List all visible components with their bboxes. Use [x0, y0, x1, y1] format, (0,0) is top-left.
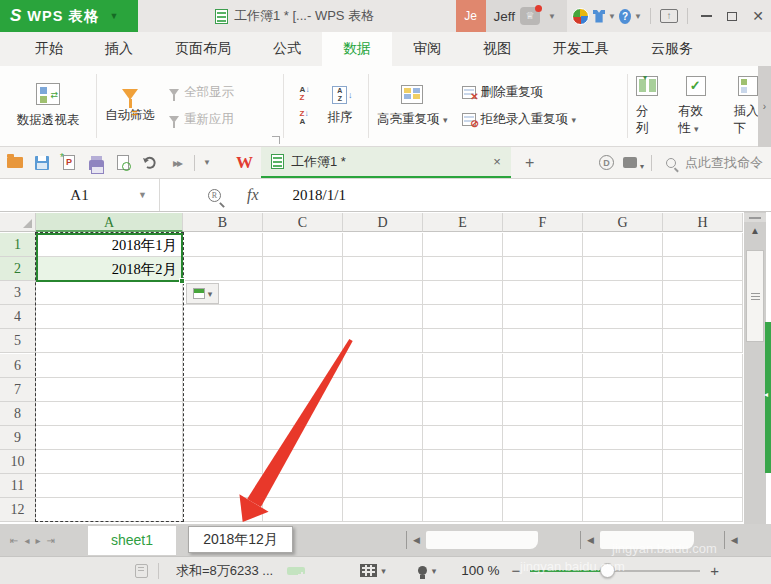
tab-review[interactable]: 审阅 [392, 32, 462, 66]
cell-A2[interactable]: 2018年2月 [36, 257, 183, 281]
cell-C4[interactable] [263, 305, 343, 329]
cell-F7[interactable] [503, 378, 583, 402]
cell-A4[interactable] [36, 305, 183, 329]
cell-C5[interactable] [263, 329, 343, 353]
row-header-1[interactable]: 1 [0, 233, 36, 257]
cell-G3[interactable] [583, 281, 663, 305]
pivot-table-button[interactable]: 数据透视表 [9, 79, 88, 133]
print-preview-button[interactable] [111, 151, 135, 175]
row-header-5[interactable]: 5 [0, 329, 36, 353]
horizontal-scroll-thumb[interactable] [600, 531, 694, 549]
cell-E7[interactable] [423, 378, 503, 402]
scroll-up-icon[interactable]: ▲ [744, 225, 766, 236]
cell-D8[interactable] [343, 402, 423, 426]
column-header-A[interactable]: A [36, 213, 183, 232]
page-break-view-button[interactable] [319, 567, 337, 575]
cell-G2[interactable] [583, 257, 663, 281]
minimize-button[interactable] [693, 0, 719, 32]
side-panel-toggle[interactable] [765, 322, 771, 473]
cell-C11[interactable] [263, 474, 343, 498]
tab-cloud[interactable]: 云服务 [630, 32, 714, 66]
cell-A5[interactable] [36, 329, 183, 353]
cell-A10[interactable] [36, 450, 183, 474]
sort-descending-icon[interactable]: Z↓A [300, 110, 310, 126]
formula-value[interactable]: 2018/1/1 [293, 187, 346, 204]
sort-button[interactable]: AZ↓ 排序 [321, 86, 358, 126]
select-all-corner[interactable] [0, 213, 36, 232]
membership-badge-icon[interactable]: ♕ [520, 7, 540, 25]
tab-view[interactable]: 视图 [462, 32, 532, 66]
find-command-hint[interactable]: 点此查找命令 [685, 154, 763, 172]
slider-knob[interactable] [600, 563, 615, 578]
cell-C8[interactable] [263, 402, 343, 426]
cell-G7[interactable] [583, 378, 663, 402]
vertical-scroll-thumb[interactable] [746, 250, 764, 342]
tab-data[interactable]: 数据 [322, 32, 392, 66]
cell-C6[interactable] [263, 354, 343, 378]
cell-F4[interactable] [503, 305, 583, 329]
cell-B7[interactable] [183, 378, 263, 402]
chevron-down-icon[interactable]: ▼ [548, 12, 556, 21]
cell-D2[interactable] [343, 257, 423, 281]
column-header-C[interactable]: C [263, 213, 343, 232]
cell-F2[interactable] [503, 257, 583, 281]
row-header-7[interactable]: 7 [0, 378, 36, 402]
cell-E5[interactable] [423, 329, 503, 353]
column-header-F[interactable]: F [503, 213, 583, 232]
cell-E8[interactable] [423, 402, 503, 426]
chevron-down-icon[interactable]: ▼ [109, 11, 118, 21]
cell-G12[interactable] [583, 498, 663, 522]
cell-A11[interactable] [36, 474, 183, 498]
chevron-down-icon[interactable]: ▼ [138, 190, 147, 200]
cell-D4[interactable] [343, 305, 423, 329]
remove-duplicates-button[interactable]: ✕ 删除重复项 [462, 84, 577, 101]
cell-E12[interactable] [423, 498, 503, 522]
save-button[interactable] [30, 151, 54, 175]
cell-D10[interactable] [343, 450, 423, 474]
row-header-12[interactable]: 12 [0, 498, 36, 522]
cell-E1[interactable] [423, 233, 503, 257]
cell-H4[interactable] [663, 305, 743, 329]
search-icon[interactable] [666, 158, 676, 168]
cell-H5[interactable] [663, 329, 743, 353]
flag-icon[interactable] [623, 157, 637, 168]
maximize-button[interactable] [719, 0, 745, 32]
cell-D1[interactable] [343, 233, 423, 257]
cell-H1[interactable] [663, 233, 743, 257]
cell-B6[interactable] [183, 354, 263, 378]
autofill-options-button[interactable]: ▾ [186, 283, 219, 304]
vertical-scrollbar[interactable]: ▲ [744, 212, 766, 524]
cell-H2[interactable] [663, 257, 743, 281]
cell-H12[interactable] [663, 498, 743, 522]
cell-E4[interactable] [423, 305, 503, 329]
cell-H6[interactable] [663, 354, 743, 378]
zoom-percentage[interactable]: 100 % [461, 563, 499, 578]
cell-A12[interactable] [36, 498, 183, 522]
cell-C2[interactable] [263, 257, 343, 281]
cell-H10[interactable] [663, 450, 743, 474]
cell-H8[interactable] [663, 402, 743, 426]
cell-B1[interactable] [183, 233, 263, 257]
cell-G8[interactable] [583, 402, 663, 426]
new-tab-button[interactable]: + [525, 154, 534, 172]
cell-C7[interactable] [263, 378, 343, 402]
cell-C10[interactable] [263, 450, 343, 474]
scroll-left-icon[interactable]: ◀ [407, 535, 426, 545]
cell-D11[interactable] [343, 474, 423, 498]
cell-G5[interactable] [583, 329, 663, 353]
scroll-left-icon[interactable]: ◀ [581, 535, 600, 545]
tab-developer[interactable]: 开发工具 [532, 32, 630, 66]
redo-button[interactable]: ▸▸ [165, 151, 189, 175]
cell-H9[interactable] [663, 426, 743, 450]
print-button[interactable] [84, 151, 108, 175]
cell-B9[interactable] [183, 426, 263, 450]
cell-C1[interactable] [263, 233, 343, 257]
cell-F5[interactable] [503, 329, 583, 353]
sum-status[interactable]: 求和=8万6233 ... [176, 562, 273, 580]
tab-formulas[interactable]: 公式 [252, 32, 322, 66]
close-button[interactable]: ✕ [745, 0, 771, 32]
wps-w-logo-icon[interactable]: W [236, 153, 253, 173]
cell-H3[interactable] [663, 281, 743, 305]
d-circle-icon[interactable]: D [599, 155, 614, 170]
dialog-launcher-icon[interactable] [272, 136, 280, 144]
